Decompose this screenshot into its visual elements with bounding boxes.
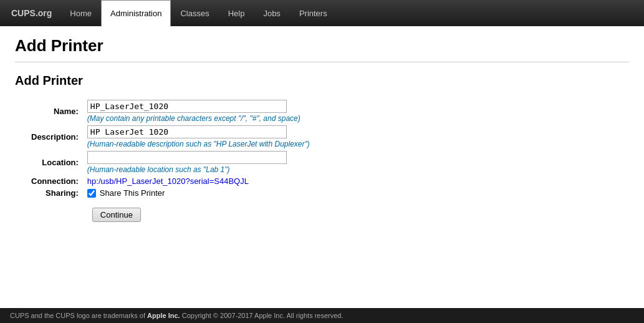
nav-jobs[interactable]: Jobs — [254, 0, 289, 26]
continue-cell: Continue — [84, 198, 314, 223]
nav-home[interactable]: Home — [60, 0, 101, 26]
continue-row: Continue — [27, 198, 314, 223]
connection-label: Connection: — [27, 175, 84, 186]
connection-link[interactable]: hp:/usb/HP_LaserJet_1020?serial=S44BQJL — [87, 176, 249, 186]
description-input[interactable] — [87, 125, 287, 138]
title-divider — [15, 62, 629, 62]
main-content: Add Printer Add Printer Name: (May conta… — [0, 26, 644, 235]
nav-help[interactable]: Help — [219, 0, 254, 26]
location-input[interactable] — [87, 151, 287, 164]
continue-button[interactable]: Continue — [92, 208, 141, 222]
description-row: Description: (Human-readable description… — [27, 123, 314, 149]
section-title: Add Printer — [15, 74, 629, 88]
name-row: Name: (May contain any printable charact… — [27, 98, 314, 123]
sharing-checkbox[interactable] — [87, 189, 96, 198]
location-label: Location: — [27, 149, 84, 175]
nav-classes[interactable]: Classes — [171, 0, 218, 26]
sharing-row: Sharing: Share This Printer — [27, 186, 314, 198]
name-label: Name: — [27, 98, 84, 123]
sharing-label: Sharing: — [27, 186, 84, 198]
name-input[interactable] — [87, 100, 287, 113]
add-printer-form: Name: (May contain any printable charact… — [27, 98, 314, 223]
location-hint: (Human-readable location such as "Lab 1"… — [87, 165, 310, 174]
nav-printers[interactable]: Printers — [290, 0, 337, 26]
nav-administration[interactable]: Administration — [101, 0, 171, 27]
continue-spacer — [27, 198, 84, 223]
page-title: Add Printer — [15, 36, 629, 55]
name-hint: (May contain any printable characters ex… — [87, 114, 310, 123]
connection-cell: hp:/usb/HP_LaserJet_1020?serial=S44BQJL — [84, 175, 314, 186]
name-cell: (May contain any printable characters ex… — [84, 98, 314, 123]
description-cell: (Human-readable description such as "HP … — [84, 123, 314, 149]
connection-row: Connection: hp:/usb/HP_LaserJet_1020?ser… — [27, 175, 314, 186]
navbar: CUPS.org Home Administration Classes Hel… — [0, 0, 644, 26]
description-hint: (Human-readable description such as "HP … — [87, 140, 310, 148]
cups-logo[interactable]: CUPS.org — [2, 0, 60, 26]
location-cell: (Human-readable location such as "Lab 1"… — [84, 149, 314, 175]
sharing-cell: Share This Printer — [84, 186, 314, 198]
description-label: Description: — [27, 123, 84, 149]
sharing-text: Share This Printer — [100, 188, 165, 198]
location-row: Location: (Human-readable location such … — [27, 149, 314, 175]
